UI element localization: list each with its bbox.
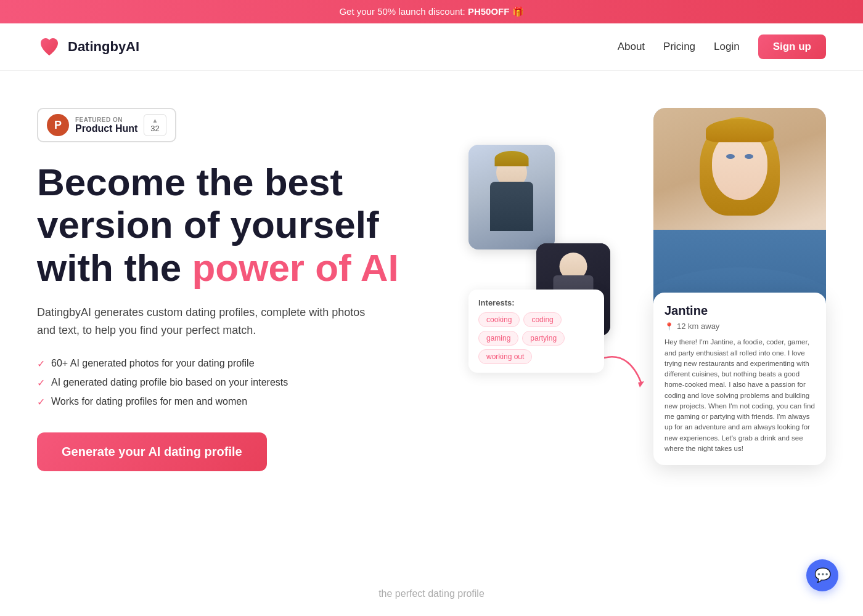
promo-code: PH50OFF: [468, 6, 510, 17]
feature-item-1: ✓ 60+ AI generated photos for your datin…: [37, 358, 413, 370]
logo-icon: [37, 34, 62, 59]
hero-section: P FEATURED ON Product Hunt ▲ 32 Become t…: [0, 71, 863, 576]
hero-right: Interests: cooking coding gaming partyin…: [450, 108, 826, 453]
banner-text: Get your 50% launch discount:: [339, 6, 467, 17]
heading-line1: Become the best: [37, 161, 343, 203]
ph-arrow-icon: ▲: [152, 117, 158, 124]
arrow-decoration: [598, 352, 647, 391]
tag-cooking: cooking: [478, 312, 520, 327]
nav-login[interactable]: Login: [714, 41, 740, 53]
product-hunt-badge[interactable]: P FEATURED ON Product Hunt ▲ 32: [37, 108, 176, 142]
feature-text-2: AI generated dating profile bio based on…: [51, 377, 288, 388]
navbar: DatingbyAI About Pricing Login Sign up: [0, 23, 863, 71]
cta-button[interactable]: Generate your AI dating profile: [37, 432, 267, 471]
tag-coding: coding: [523, 312, 561, 327]
interests-card: Interests: cooking coding gaming partyin…: [468, 290, 604, 373]
location-icon: 📍: [665, 322, 674, 331]
profile-bio: Hey there! I'm Jantine, a foodie, coder,…: [665, 337, 815, 454]
heading-highlight: power of AI: [192, 246, 398, 289]
ph-featured-label: FEATURED ON: [75, 116, 137, 123]
ph-icon: P: [47, 114, 69, 136]
tag-partying: partying: [522, 331, 565, 346]
heading-line2: version of yourself: [37, 203, 379, 246]
ph-votes: ▲ 32: [144, 114, 166, 136]
distance-text: 12 km away: [677, 322, 719, 331]
chat-icon: 💬: [814, 567, 831, 583]
feature-text-3: Works for dating profiles for men and wo…: [51, 396, 247, 407]
ph-product-name: Product Hunt: [75, 123, 137, 134]
tag-working-out: working out: [478, 349, 532, 364]
check-icon-2: ✓: [37, 377, 45, 389]
ph-text: FEATURED ON Product Hunt: [75, 116, 137, 134]
interests-label: Interests:: [478, 298, 594, 307]
nav-about[interactable]: About: [618, 41, 645, 53]
nav-signup-button[interactable]: Sign up: [758, 34, 826, 59]
check-icon-1: ✓: [37, 358, 45, 370]
footer-text: the perfect dating profile: [378, 588, 485, 599]
hero-left: P FEATURED ON Product Hunt ▲ 32 Become t…: [37, 108, 413, 471]
svg-marker-0: [638, 381, 644, 387]
hero-heading: Become the best version of yourself with…: [37, 161, 413, 289]
promo-banner: Get your 50% launch discount: PH50OFF 🎁: [0, 0, 863, 23]
feature-text-1: 60+ AI generated photos for your dating …: [51, 358, 255, 369]
footer-tagline: the perfect dating profile: [0, 576, 863, 616]
profile-name: Jantine: [665, 304, 815, 318]
profile-distance: 📍 12 km away: [665, 322, 815, 331]
ph-vote-count: 32: [150, 124, 159, 133]
logo[interactable]: DatingbyAI: [37, 34, 139, 59]
tag-gaming: gaming: [478, 331, 518, 346]
nav-pricing[interactable]: Pricing: [663, 41, 695, 53]
banner-emoji: 🎁: [512, 6, 524, 17]
feature-item-3: ✓ Works for dating profiles for men and …: [37, 396, 413, 408]
nav-links: About Pricing Login Sign up: [618, 34, 826, 59]
heading-line3: with the: [37, 246, 192, 289]
profile-area: Interests: cooking coding gaming partyin…: [450, 108, 826, 453]
profile-info-card: Jantine 📍 12 km away Hey there! I'm Jant…: [653, 293, 826, 465]
hero-subtext: DatingbyAI generates custom dating profi…: [37, 304, 382, 339]
feature-list: ✓ 60+ AI generated photos for your datin…: [37, 358, 413, 408]
feature-item-2: ✓ AI generated dating profile bio based …: [37, 377, 413, 389]
interest-tags: cooking coding gaming partying working o…: [478, 312, 594, 364]
check-icon-3: ✓: [37, 396, 45, 408]
photo-thumbnail-1: [468, 145, 555, 249]
logo-text: DatingbyAI: [68, 39, 139, 55]
chat-button[interactable]: 💬: [806, 559, 838, 591]
